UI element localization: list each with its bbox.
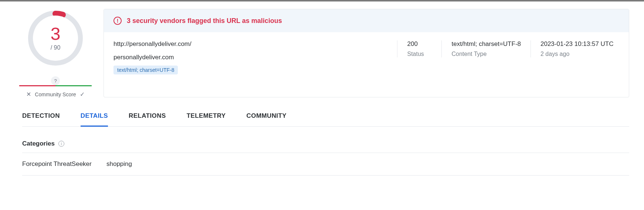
tab-telemetry[interactable]: TELEMETRY [187, 112, 226, 127]
score-distribution-bar [19, 85, 92, 86]
tab-detection[interactable]: DETECTION [22, 112, 60, 127]
content-type-cell: text/html; charset=UTF-8 Content Type [441, 40, 531, 57]
tab-details[interactable]: DETAILS [81, 112, 108, 127]
timestamp-relative: 2 days ago [540, 51, 616, 57]
detection-count: 3 [51, 25, 61, 43]
detection-total: / 90 [51, 44, 61, 51]
score-help-icon[interactable]: ? [51, 76, 60, 85]
status-cell: 200 Status [397, 40, 441, 57]
info-icon[interactable]: i [58, 141, 64, 147]
content-type-value: text/html; charset=UTF-8 [451, 40, 521, 48]
community-score-label: Community Score [35, 91, 76, 97]
detection-gauge: 3 / 90 [28, 10, 83, 66]
score-panel: 3 / 90 ? ✕ Community Score ✓ [15, 9, 96, 97]
close-icon[interactable]: ✕ [26, 91, 31, 97]
resource-domain: personallydeliver.com [113, 54, 397, 61]
category-value: shopping [106, 160, 132, 168]
alert-icon: ! [113, 17, 122, 25]
tab-community[interactable]: COMMUNITY [247, 112, 287, 127]
status-value: 200 [407, 40, 432, 48]
categories-heading: Categories [22, 140, 55, 147]
check-icon[interactable]: ✓ [80, 91, 85, 97]
timestamp-value: 2023-01-23 10:13:57 UTC [540, 40, 616, 48]
alert-text: 3 security vendors flagged this URL as m… [127, 17, 282, 25]
tab-bar: DETECTION DETAILS RELATIONS TELEMETRY CO… [22, 112, 629, 127]
resource-summary-card: ! 3 security vendors flagged this URL as… [104, 9, 629, 97]
status-label: Status [407, 51, 432, 57]
category-vendor: Forcepoint ThreatSeeker [22, 160, 96, 168]
malicious-alert-banner: ! 3 security vendors flagged this URL as… [104, 9, 629, 32]
content-type-chip: text/html; charset=UTF-8 [113, 66, 178, 74]
content-type-label: Content Type [451, 51, 521, 57]
resource-url: http://personallydeliver.com/ [113, 40, 397, 48]
timestamp-cell: 2023-01-23 10:13:57 UTC 2 days ago [531, 40, 619, 57]
category-row: Forcepoint ThreatSeeker shopping [22, 153, 629, 176]
tab-relations[interactable]: RELATIONS [129, 112, 166, 127]
